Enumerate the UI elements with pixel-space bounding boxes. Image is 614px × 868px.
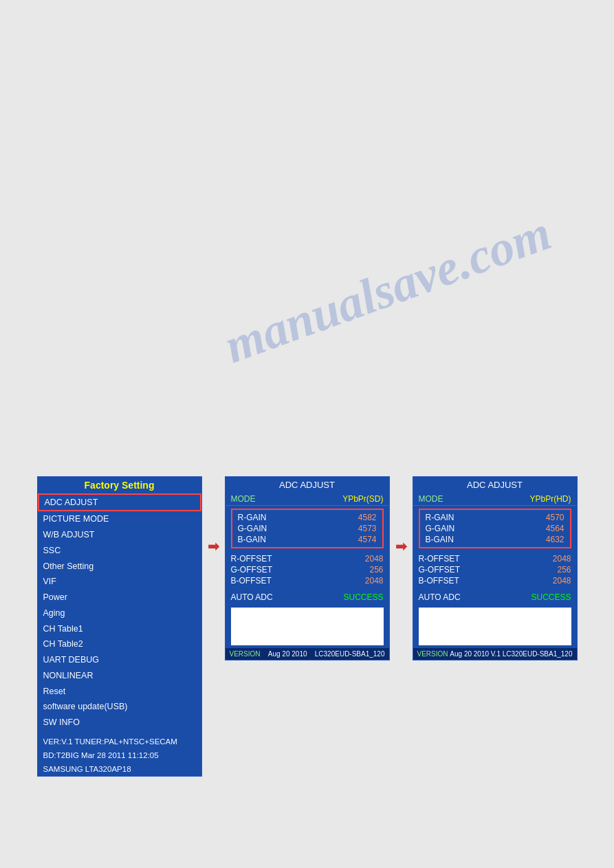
adc-sd-r-gain-label: R-GAIN — [238, 513, 267, 522]
adc-hd-panel: ADC ADJUST MODE YPbPr(HD) R-GAIN 4570 G-… — [413, 476, 578, 660]
adc-sd-version-bar: VERSION Aug 20 2010 LC320EUD-SBA1_120 — [226, 648, 389, 660]
adc-sd-white-box — [231, 608, 384, 645]
adc-hd-b-offset-label: B-OFFSET — [419, 576, 459, 586]
adc-sd-r-gain-row: R-GAIN 4582 — [238, 513, 377, 522]
adc-sd-b-offset-label: B-OFFSET — [231, 576, 272, 586]
adc-sd-offset-section: R-OFFSET 2048 G-OFFSET 256 B-OFFSET 2048 — [226, 551, 389, 590]
adc-hd-b-offset-value: 2048 — [553, 576, 571, 586]
adc-sd-r-offset-row: R-OFFSET 2048 — [231, 554, 384, 564]
screenshots-row: Factory Setting ADC ADJUST PICTURE MODE … — [37, 476, 578, 777]
adc-hd-g-gain-row: G-GAIN 4564 — [426, 524, 564, 533]
adc-sd-gain-section: R-GAIN 4582 G-GAIN 4573 B-GAIN 4574 — [231, 509, 384, 548]
menu-item-sw-info[interactable]: SW INFO — [38, 715, 201, 731]
adc-sd-r-gain-value: 4582 — [358, 513, 377, 522]
adc-hd-g-offset-row: G-OFFSET 256 — [419, 565, 571, 575]
adc-hd-version-model: LC320EUD-SBA1_120 — [503, 650, 573, 658]
info-ver: VER:V.1 TUNER:PAL+NTSC+SECAM — [38, 735, 201, 748]
adc-hd-r-gain-label: R-GAIN — [426, 513, 454, 522]
adc-sd-mode-value: YPbPr(SD) — [342, 494, 383, 504]
adc-sd-g-gain-value: 4573 — [358, 524, 377, 533]
adc-sd-g-offset-value: 256 — [369, 565, 383, 575]
menu-item-power[interactable]: Power — [38, 590, 201, 605]
arrow-right-2: ➡ — [395, 538, 407, 555]
adc-sd-b-gain-value: 4574 — [358, 535, 377, 544]
adc-hd-version-short: V.1 — [491, 650, 501, 658]
menu-item-ssc[interactable]: SSC — [38, 543, 201, 559]
adc-hd-r-gain-row: R-GAIN 4570 — [426, 513, 564, 522]
menu-item-software-update[interactable]: software update(USB) — [38, 699, 201, 715]
watermark: manualsave.com — [217, 204, 558, 375]
adc-hd-g-offset-value: 256 — [557, 565, 571, 575]
adc-hd-gain-section: R-GAIN 4570 G-GAIN 4564 B-GAIN 4632 — [419, 509, 571, 548]
adc-sd-r-offset-label: R-OFFSET — [231, 554, 272, 564]
adc-hd-auto-adc-label: AUTO ADC — [419, 592, 461, 602]
adc-sd-title: ADC ADJUST — [226, 477, 389, 493]
adc-hd-r-gain-value: 4570 — [546, 513, 564, 522]
adc-hd-offset-section: R-OFFSET 2048 G-OFFSET 256 B-OFFSET 2048 — [413, 551, 577, 590]
adc-sd-r-offset-value: 2048 — [365, 554, 384, 564]
adc-hd-r-offset-value: 2048 — [553, 554, 571, 564]
menu-item-other-setting[interactable]: Other Setting — [38, 559, 201, 575]
menu-item-reset[interactable]: Reset — [38, 684, 201, 700]
adc-hd-auto-adc-status: SUCCESS — [531, 592, 571, 602]
adc-sd-b-gain-label: B-GAIN — [238, 535, 266, 544]
menu-item-ch-table1[interactable]: CH Table1 — [38, 621, 201, 637]
menu-item-uart-debug[interactable]: UART DEBUG — [38, 652, 201, 668]
adc-sd-auto-adc-status: SUCCESS — [343, 592, 383, 602]
adc-sd-b-offset-row: B-OFFSET 2048 — [231, 576, 384, 586]
info-bd: BD:T2BIG Mar 28 2011 11:12:05 — [38, 748, 201, 762]
adc-hd-version-label: VERSION — [417, 650, 448, 658]
menu-item-nonlinear[interactable]: NONLINEAR — [38, 668, 201, 684]
adc-sd-b-offset-value: 2048 — [365, 576, 384, 586]
adc-sd-mode-row: MODE YPbPr(SD) — [226, 493, 389, 506]
adc-sd-panel: ADC ADJUST MODE YPbPr(SD) R-GAIN 4582 G-… — [225, 476, 390, 660]
adc-sd-b-gain-row: B-GAIN 4574 — [238, 535, 377, 544]
page-container: manualsave.com Factory Setting ADC ADJUS… — [0, 0, 614, 868]
adc-hd-version-bar: VERSION Aug 20 2010 V.1 LC320EUD-SBA1_12… — [413, 648, 577, 660]
adc-hd-r-offset-label: R-OFFSET — [419, 554, 460, 564]
adc-sd-g-offset-row: G-OFFSET 256 — [231, 565, 384, 575]
adc-hd-version-date: Aug 20 2010 — [450, 650, 489, 658]
menu-item-vif[interactable]: VIF — [38, 574, 201, 590]
adc-hd-white-box — [419, 608, 571, 645]
factory-panel: Factory Setting ADC ADJUST PICTURE MODE … — [37, 476, 202, 777]
menu-item-aging[interactable]: Aging — [38, 605, 201, 621]
adc-sd-g-gain-row: G-GAIN 4573 — [238, 524, 377, 533]
adc-hd-g-gain-value: 4564 — [546, 524, 564, 533]
adc-sd-version-model: LC320EUD-SBA1_120 — [315, 650, 385, 658]
adc-sd-mode-label: MODE — [231, 494, 256, 504]
adc-sd-version-date: Aug 20 2010 — [268, 650, 307, 658]
adc-hd-mode-value: YPbPr(HD) — [529, 494, 571, 504]
adc-hd-g-gain-label: G-GAIN — [426, 524, 455, 533]
adc-hd-b-gain-value: 4632 — [546, 535, 564, 544]
adc-hd-mode-label: MODE — [419, 494, 443, 504]
adc-sd-auto-adc-row: AUTO ADC SUCCESS — [226, 590, 389, 605]
adc-sd-g-gain-label: G-GAIN — [238, 524, 267, 533]
arrow-1-container: ➡ — [208, 476, 219, 555]
adc-sd-version-label: VERSION — [230, 650, 261, 658]
menu-item-picture-mode[interactable]: PICTURE MODE — [38, 511, 201, 527]
adc-hd-b-gain-label: B-GAIN — [426, 535, 454, 544]
info-samsung: SAMSUNG LTA320AP18 — [38, 762, 201, 776]
adc-sd-auto-adc-label: AUTO ADC — [231, 592, 273, 602]
arrow-right-1: ➡ — [208, 538, 219, 555]
menu-item-adc-adjust[interactable]: ADC ADJUST — [38, 493, 201, 512]
adc-hd-r-offset-row: R-OFFSET 2048 — [419, 554, 571, 564]
arrow-2-container: ➡ — [395, 476, 407, 555]
adc-hd-b-gain-row: B-GAIN 4632 — [426, 535, 564, 544]
adc-sd-g-offset-label: G-OFFSET — [231, 565, 273, 575]
adc-hd-b-offset-row: B-OFFSET 2048 — [419, 576, 571, 586]
adc-hd-title: ADC ADJUST — [413, 477, 577, 493]
factory-panel-title: Factory Setting — [38, 477, 201, 493]
menu-item-ch-table2[interactable]: CH Table2 — [38, 636, 201, 652]
menu-item-wb-adjust[interactable]: W/B ADJUST — [38, 527, 201, 543]
adc-hd-g-offset-label: G-OFFSET — [419, 565, 461, 575]
adc-hd-auto-adc-row: AUTO ADC SUCCESS — [413, 590, 577, 605]
adc-hd-mode-row: MODE YPbPr(HD) — [413, 493, 577, 506]
